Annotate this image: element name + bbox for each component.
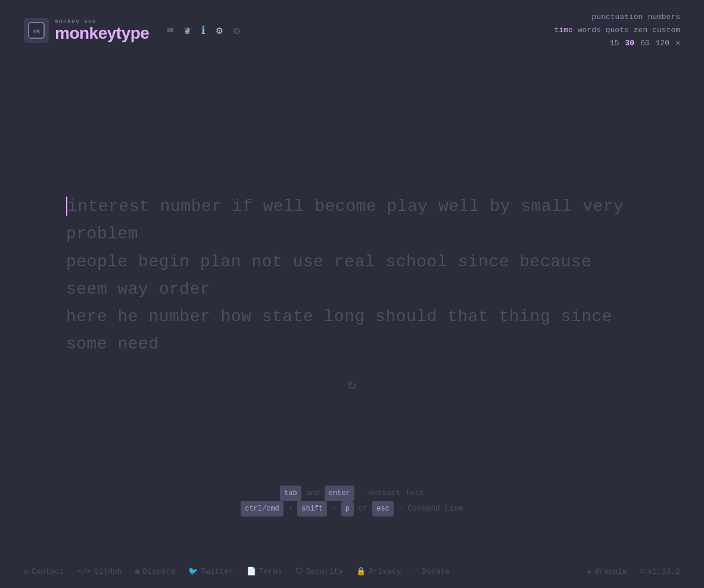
logo-area: mk monkey see monkeytype xyxy=(24,18,149,43)
restart-area: ↻ xyxy=(0,376,704,393)
crown-icon[interactable]: ♛ xyxy=(184,24,191,37)
time-120[interactable]: 120 xyxy=(656,37,669,50)
security-icon: 🛡 xyxy=(295,567,303,576)
footer-terms[interactable]: 📄 Terms xyxy=(247,567,282,576)
terms-icon: 📄 xyxy=(247,567,256,576)
footer-contact[interactable]: ✉ Contact xyxy=(24,567,64,576)
twitter-icon: 🐦 xyxy=(188,567,198,576)
svg-text:mk: mk xyxy=(32,27,41,35)
restart-text: - Restart Test xyxy=(359,489,424,497)
plus2: + xyxy=(332,504,337,513)
logo-name: monkeytype xyxy=(55,25,149,42)
words-option[interactable]: words xyxy=(578,24,601,37)
version-badge: ≡ v1.13.2 xyxy=(640,567,680,576)
donate-label: Donate xyxy=(422,567,450,576)
privacy-label: Privacy xyxy=(369,567,401,576)
p-key: p xyxy=(341,501,354,517)
plus1: + xyxy=(288,504,293,513)
time-options-row: 15 30 60 120 ✕ xyxy=(555,37,680,50)
tab-key: tab xyxy=(280,486,301,501)
typing-line-2: people begin plan not use real school si… xyxy=(66,253,591,298)
time-30[interactable]: 30 xyxy=(625,37,635,50)
footer-discord[interactable]: ◉ Discord xyxy=(135,567,175,576)
theme-icon: ◈ xyxy=(587,567,591,576)
version-icon: ≡ xyxy=(640,567,645,576)
mode-options-row: punctuation numbers xyxy=(555,11,680,24)
twitter-label: Twitter xyxy=(201,567,233,576)
time-15[interactable]: 15 xyxy=(610,37,619,50)
command-text: - Command Line xyxy=(398,504,463,513)
header-right: punctuation numbers time words quote zen… xyxy=(555,11,680,50)
hint-row-2: ctrl/cmd + shift + p or esc - Command Li… xyxy=(0,501,704,517)
discord-icon: ◉ xyxy=(135,567,140,576)
footer-twitter[interactable]: 🐦 Twitter xyxy=(188,567,233,576)
typing-line-3: here he number how state long should tha… xyxy=(66,307,612,353)
shift-key: shift xyxy=(297,501,327,517)
theme-name: dracula xyxy=(594,567,627,576)
time-custom[interactable]: ✕ xyxy=(675,37,680,50)
keyboard-icon[interactable]: ⌨ xyxy=(167,24,173,37)
footer-security[interactable]: 🛡 Security xyxy=(295,567,343,576)
esc-key: esc xyxy=(372,501,394,517)
security-label: Security xyxy=(306,567,343,576)
zen-option[interactable]: zen xyxy=(634,24,647,37)
contact-icon: ✉ xyxy=(24,567,29,576)
type-options-row: time words quote zen custom xyxy=(555,24,680,37)
punctuation-option[interactable]: punctuation xyxy=(592,11,643,24)
footer-links: ✉ Contact </> GitHub ◉ Discord 🐦 Twitter… xyxy=(24,567,450,576)
footer: ✉ Contact </> GitHub ◉ Discord 🐦 Twitter… xyxy=(0,555,704,588)
quote-option[interactable]: quote xyxy=(606,24,629,37)
version-number: v1.13.2 xyxy=(647,567,680,576)
info-icon[interactable]: ℹ xyxy=(201,24,205,37)
time-option[interactable]: time xyxy=(555,24,573,37)
logo-box: mk xyxy=(24,18,49,43)
hints: tab and enter - Restart Test ctrl/cmd + … xyxy=(0,486,704,517)
header: mk monkey see monkeytype ⌨ ♛ ℹ ⚙ ⚇ punct… xyxy=(0,0,704,50)
and-text: and xyxy=(306,489,320,497)
user-icon[interactable]: ⚇ xyxy=(233,24,240,37)
enter-key: enter xyxy=(325,486,354,501)
or-text: or xyxy=(359,504,368,513)
theme-badge[interactable]: ◈ dracula xyxy=(587,567,627,576)
typing-area[interactable]: interest number if well become play well… xyxy=(24,193,680,358)
hint-row-1: tab and enter - Restart Test xyxy=(0,486,704,501)
typing-text[interactable]: interest number if well become play well… xyxy=(66,193,638,358)
github-label: GitHub xyxy=(94,567,122,576)
terms-label: Terms xyxy=(259,567,282,576)
footer-privacy[interactable]: 🔒 Privacy xyxy=(356,567,401,576)
contact-label: Contact xyxy=(32,567,64,576)
donate-icon: ♡ xyxy=(415,567,419,576)
footer-right: ◈ dracula ≡ v1.13.2 xyxy=(587,567,680,576)
typing-line-1: interest number if well become play well… xyxy=(66,197,624,243)
github-icon: </> xyxy=(77,567,91,576)
footer-donate[interactable]: ♡ Donate xyxy=(415,567,450,576)
logo-icon: mk xyxy=(27,21,45,39)
numbers-option[interactable]: numbers xyxy=(647,11,680,24)
gear-icon[interactable]: ⚙ xyxy=(216,24,223,37)
privacy-icon: 🔒 xyxy=(356,567,366,576)
custom-option[interactable]: custom xyxy=(652,24,680,37)
ctrl-cmd-key: ctrl/cmd xyxy=(241,501,284,517)
header-left: mk monkey see monkeytype ⌨ ♛ ℹ ⚙ ⚇ xyxy=(24,18,240,43)
logo-text: monkey see monkeytype xyxy=(55,19,149,42)
footer-github[interactable]: </> GitHub xyxy=(77,567,122,576)
time-60[interactable]: 60 xyxy=(640,37,650,50)
restart-icon[interactable]: ↻ xyxy=(348,377,356,393)
discord-label: Discord xyxy=(142,567,175,576)
nav-icons: ⌨ ♛ ℹ ⚙ ⚇ xyxy=(167,24,239,37)
